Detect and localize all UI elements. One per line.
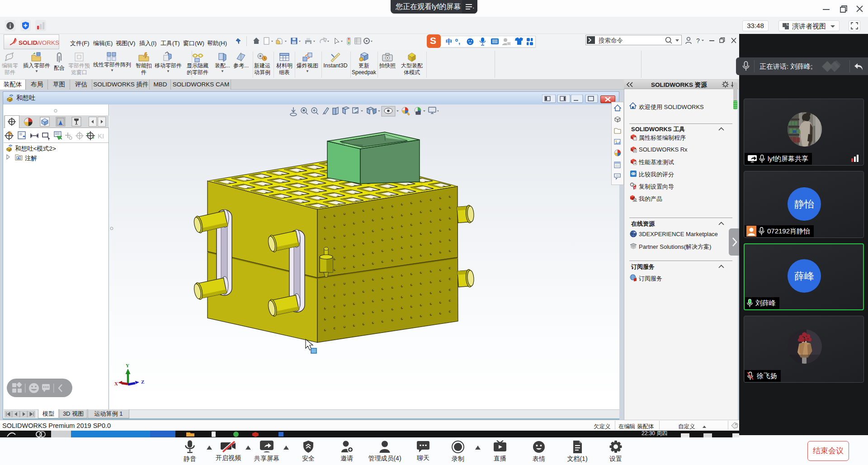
svg-text:Y: Y bbox=[126, 363, 129, 368]
svg-text:SW: SW bbox=[634, 186, 637, 189]
svg-text:Z: Z bbox=[141, 379, 144, 384]
svg-text:?: ? bbox=[696, 37, 700, 44]
svg-text:X: X bbox=[114, 381, 118, 386]
